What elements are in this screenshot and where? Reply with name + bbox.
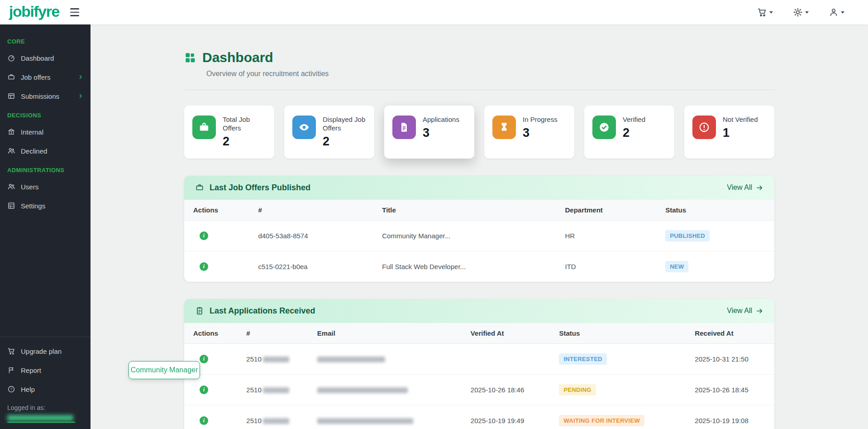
app-logo[interactable]: jobifyre [0, 3, 67, 22]
panel-title: Last Applications Received [210, 306, 315, 316]
sidebar-item-report[interactable]: Report [0, 361, 91, 380]
col-id: # [237, 323, 308, 344]
col-title: Title [373, 200, 556, 221]
blurred-email [317, 387, 408, 393]
stat-card-displayed-job-offers[interactable]: Displayed Job Offers 2 [284, 106, 374, 159]
sidebar-item-settings[interactable]: Settings [0, 196, 91, 215]
status-badge: NEW [665, 261, 688, 272]
sidebar-nav: CORE Dashboard Job offers [0, 24, 91, 215]
application-id: 2510 [237, 405, 308, 429]
briefcase-icon [7, 73, 16, 81]
users-icon [7, 183, 16, 191]
received-at: 2025-10-26 18:45 [686, 374, 774, 405]
status-badge: WAITING FOR INTERVIEW [559, 415, 644, 426]
applications-panel: Last Applications Received View All Acti… [184, 299, 774, 429]
job-offers-panel: Last Job Offers Published View All Actio… [184, 176, 774, 282]
sidebar-item-submissions[interactable]: Submissions [0, 87, 91, 106]
col-received-at: Received At [686, 323, 774, 344]
sidebar-section-core: CORE [0, 32, 91, 48]
application-id: 2510 [237, 374, 308, 405]
caret-down-icon [841, 11, 844, 14]
stat-value: 1 [723, 126, 758, 140]
gear-icon [793, 7, 803, 17]
tooltip-community-manager: Community Manager [129, 361, 200, 379]
status-badge: PENDING [559, 384, 596, 395]
sidebar-item-job-offers[interactable]: Job offers [0, 67, 91, 87]
users-icon [7, 147, 16, 155]
sidebar-item-internal[interactable]: Internal [0, 122, 91, 141]
bank-icon [7, 128, 16, 136]
col-actions: Actions [184, 200, 249, 221]
sidebar-item-help[interactable]: ? Help [0, 380, 91, 399]
verified-at [462, 343, 550, 374]
blurred-username [7, 415, 73, 421]
sidebar-item-dashboard[interactable]: Dashboard [0, 48, 91, 67]
stat-card-applications[interactable]: Applications 3 [384, 106, 474, 159]
applications-view-all-link[interactable]: View All [727, 307, 763, 315]
logged-in-as: Logged in as: [0, 399, 91, 423]
flag-icon [7, 366, 16, 374]
hamburger-menu-icon[interactable] [67, 4, 83, 21]
sidebar: CORE Dashboard Job offers [0, 24, 91, 429]
offer-id: d405-53a8-8574 [249, 220, 373, 251]
svg-text:?: ? [10, 387, 13, 391]
caret-down-icon [769, 11, 773, 14]
sidebar-footer: Upgrade plan Report ? Help Logged in as: [0, 337, 91, 429]
job-offers-view-all-link[interactable]: View All [727, 183, 763, 192]
header-divider [184, 90, 774, 90]
application-email [308, 343, 462, 374]
table-row: i 2510 2025-10-26 18:46 PENDING 2025-10-… [184, 374, 774, 405]
job-offers-panel-header: Last Job Offers Published View All [184, 176, 774, 200]
person-icon [829, 7, 839, 17]
offer-title: Full Stack Web Developer... [373, 251, 556, 282]
main-content: Dashboard Overview of your recruitment a… [91, 0, 868, 429]
info-icon[interactable]: i [200, 416, 208, 425]
stat-value: 3 [523, 126, 558, 140]
application-email [308, 405, 462, 429]
arrow-right-icon [756, 184, 763, 192]
stat-card-total-job-offers[interactable]: Total Job Offers 2 [184, 106, 274, 159]
file-icon [392, 116, 416, 139]
alert-circle-icon [692, 116, 716, 139]
chevron-right-icon [78, 93, 83, 99]
gauge-icon [7, 54, 16, 62]
account-menu[interactable] [829, 7, 844, 17]
info-icon[interactable]: i [200, 231, 208, 240]
blurred-id [263, 357, 289, 362]
col-status: Status [656, 200, 774, 221]
page-subtitle: Overview of your recruitment activities [206, 70, 774, 78]
info-icon[interactable]: i [200, 386, 208, 394]
stat-card-verified[interactable]: Verified 2 [584, 106, 674, 159]
table-row: i d405-53a8-8574 Community Manager... HR… [184, 220, 774, 251]
stat-card-not-verified[interactable]: Not Verified 1 [684, 106, 774, 159]
page-title: Dashboard [202, 50, 273, 65]
stat-value: 3 [423, 126, 459, 140]
sidebar-item-users[interactable]: Users [0, 177, 91, 196]
received-at: 2025-10-31 21:50 [686, 343, 774, 374]
stat-card-in-progress[interactable]: In Progress 3 [484, 106, 574, 159]
sidebar-section-decisions: DECISIONS [0, 106, 91, 122]
current-user-link[interactable] [7, 415, 75, 423]
settings-menu[interactable] [793, 7, 809, 17]
sidebar-item-declined[interactable]: Declined [0, 141, 91, 160]
page-header: Dashboard [184, 50, 774, 65]
applications-panel-header: Last Applications Received View All [184, 299, 774, 323]
topbar: jobifyre [0, 0, 868, 24]
sidebar-item-upgrade-plan[interactable]: Upgrade plan [0, 342, 91, 361]
info-icon[interactable]: i [200, 262, 208, 271]
topbar-actions [757, 7, 868, 17]
blurred-id [263, 387, 289, 393]
briefcase-icon [195, 183, 204, 192]
columns-icon [7, 92, 16, 100]
col-id: # [249, 200, 373, 221]
table-icon [7, 202, 16, 210]
col-actions: Actions [184, 323, 237, 344]
table-row: i 2510 INTERESTED 2025-10-31 21:50 [184, 343, 774, 374]
blurred-id [263, 418, 289, 424]
col-department: Department [556, 200, 657, 221]
blurred-email [317, 357, 385, 362]
cart-menu[interactable] [757, 7, 773, 17]
offer-department: ITD [556, 251, 657, 282]
info-icon[interactable]: i [200, 355, 208, 363]
cart-icon [757, 7, 767, 17]
